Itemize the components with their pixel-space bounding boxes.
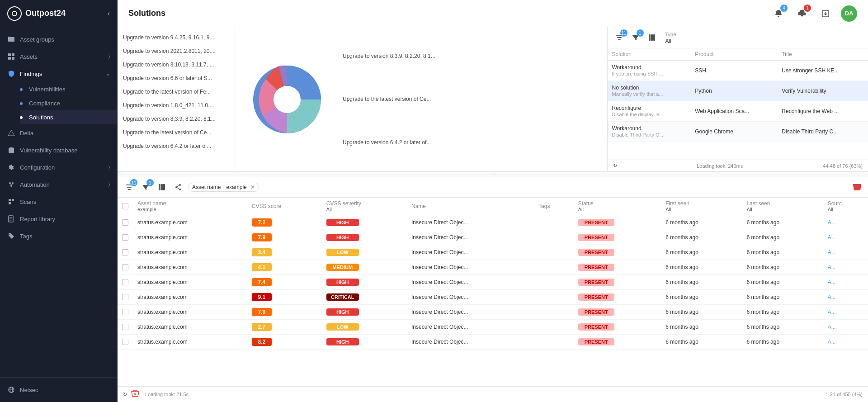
findings-table-row[interactable]: stratus.example.com 4.1 MEDIUM Insecure … [118, 260, 868, 275]
row-cb-5[interactable] [118, 290, 133, 305]
sidebar-item-findings[interactable]: Findings ⌄ [0, 65, 117, 82]
row-last-seen-0: 6 months ago [742, 215, 823, 230]
solutions-list-item-7[interactable]: Upgrade to the latest version of Ce... [118, 126, 235, 139]
sidebar-item-scans[interactable]: Scans [0, 193, 117, 210]
findings-table-row[interactable]: stratus.example.com 7.9 HIGH Insecure Di… [118, 230, 868, 245]
compliance-dot [20, 102, 23, 105]
sidebar-item-assets[interactable]: Assets 〉 [0, 48, 117, 65]
cloud-button[interactable]: 1 [794, 5, 810, 22]
solutions-list-item-6[interactable]: Upgrade to version 8.3.9, 8.2.20, 8.1... [118, 112, 235, 126]
row-first-seen-8: 6 months ago [661, 335, 742, 350]
svg-line-38 [177, 185, 179, 187]
row-asset-0: stratus.example.com [133, 215, 247, 230]
bottom-loading-time: Loading took: 21.5s [145, 392, 189, 397]
row-cb-0[interactable] [118, 215, 133, 230]
drag-handle[interactable]: ⋯ [118, 172, 868, 177]
sidebar-item-label-tags: Tags [20, 233, 32, 240]
findings-table-row[interactable]: stratus.example.com 8.2 HIGH Insecure Di… [118, 335, 868, 350]
sidebar-item-label-solutions: Solutions [29, 114, 53, 121]
solutions-table[interactable]: Solution Product Title WorkaroundIf you … [608, 48, 868, 160]
page-header: Solutions 4 1 DA [118, 0, 868, 27]
solutions-table-row[interactable]: No solutionManually verify that a... Pyt… [608, 81, 868, 101]
sidebar-item-report-library[interactable]: Report library [0, 210, 117, 227]
findings-table-row[interactable]: stratus.example.com 3.4 LOW Insecure Dir… [118, 245, 868, 260]
solutions-list-item-1[interactable]: Upgrade to version 2021.2.8011, 20.... [118, 44, 235, 58]
sidebar-item-netsec[interactable]: Netsec [0, 381, 117, 398]
solutions-columns-button[interactable] [646, 31, 658, 44]
findings-add-filter-button[interactable]: 11 [123, 181, 136, 194]
findings-table-row[interactable]: stratus.example.com 2.7 LOW Insecure Dir… [118, 320, 868, 335]
row-cb-4[interactable] [118, 275, 133, 290]
findings-filter-button[interactable]: 1 [139, 181, 152, 194]
solutions-table-row[interactable]: WorkaroundIf you are using SSH ... SSH U… [608, 61, 868, 81]
row-cb-2[interactable] [118, 245, 133, 260]
findings-table-wrapper[interactable]: Asset name example CVSS score CVSS sever… [118, 198, 868, 386]
sidebar-toggle-button[interactable]: ‹ [108, 9, 110, 18]
refresh-icon[interactable]: ↻ [613, 163, 617, 169]
findings-expand-arrow: ⌄ [106, 71, 110, 76]
asset-name-filter-tag[interactable]: Asset name example ✕ [188, 183, 259, 192]
sidebar-item-compliance[interactable]: Compliance [20, 96, 117, 110]
clear-filters-icon[interactable] [852, 182, 863, 193]
sidebar-item-label-netsec: Netsec [20, 387, 38, 393]
sidebar-item-delta[interactable]: Delta [0, 124, 117, 142]
solutions-filter-button[interactable]: 1 [629, 31, 642, 44]
pie-chart [246, 59, 328, 140]
th-tags: Tags [534, 198, 574, 215]
sidebar-bottom: Netsec [0, 377, 117, 402]
logo-text: Outpost24 [25, 9, 66, 18]
sidebar-item-label-automation: Automation [20, 181, 50, 188]
sidebar-item-solutions[interactable]: Solutions [20, 110, 117, 124]
findings-table-row[interactable]: stratus.example.com 9.1 CRITICAL Insecur… [118, 290, 868, 305]
solutions-data-table: Solution Product Title WorkaroundIf you … [608, 48, 868, 142]
solutions-list-item-3[interactable]: Upgrade to version 6.6 or later of S... [118, 71, 235, 85]
findings-share-button[interactable] [172, 181, 184, 194]
bottom-refresh-icon[interactable]: ↻ [123, 392, 127, 397]
sidebar-item-asset-groups[interactable]: Asset groups [0, 31, 117, 48]
solutions-list-item-2[interactable]: Upgrade to version 3.10.13, 3.11.7, ... [118, 58, 235, 71]
user-avatar[interactable]: DA [841, 5, 857, 22]
row-cb-7[interactable] [118, 320, 133, 335]
row-severity-1: HIGH [322, 230, 407, 245]
solutions-list[interactable]: Upgrade to version 9.4.25, 9.16.1, 9....… [118, 27, 235, 171]
row-name-5: Insecure Direct Objec... [407, 290, 534, 305]
sidebar-item-automation[interactable]: Automation 〉 [0, 176, 117, 193]
row-cb-8[interactable] [118, 335, 133, 350]
grid-icon [7, 52, 15, 61]
row-source-6: A... [823, 305, 868, 320]
solutions-table-row[interactable]: WorkaroundDisable Third Party C... Googl… [608, 122, 868, 142]
sidebar-item-vulnerabilities[interactable]: Vulnerabilities [20, 82, 117, 96]
solutions-list-item-0[interactable]: Upgrade to version 9.4.25, 9.16.1, 9.... [118, 31, 235, 44]
row-cb-6[interactable] [118, 305, 133, 320]
findings-table-row[interactable]: stratus.example.com 7.9 HIGH Insecure Di… [118, 305, 868, 320]
solutions-list-item-8[interactable]: Upgrade to version 6.4.2 or later of... [118, 139, 235, 153]
export-button[interactable] [817, 5, 834, 22]
sidebar-item-tags[interactable]: Tags [0, 227, 117, 245]
row-asset-8: stratus.example.com [133, 335, 247, 350]
row-cb-3[interactable] [118, 260, 133, 275]
filter-tag-close-button[interactable]: ✕ [250, 184, 255, 190]
th-checkbox [118, 198, 133, 215]
row-asset-2: stratus.example.com [133, 245, 247, 260]
row-status-5: PRESENT [574, 290, 661, 305]
row-name-0: Insecure Direct Objec... [407, 215, 534, 230]
findings-table-row[interactable]: stratus.example.com 7.4 HIGH Insecure Di… [118, 275, 868, 290]
row-cb-1[interactable] [118, 230, 133, 245]
clear-filter-icon-footer[interactable] [131, 389, 140, 399]
solutions-list-item-4[interactable]: Upgrade to the latest version of Fe... [118, 85, 235, 99]
sidebar-item-label-report-library: Report library [20, 216, 55, 222]
notifications-button[interactable]: 4 [770, 5, 787, 22]
row-last-seen-2: 6 months ago [742, 245, 823, 260]
solution-text-2: Upgrade to version 6.4.2 or later of... [343, 137, 604, 147]
row-cvss-8: 8.2 [247, 335, 322, 350]
solutions-table-row[interactable]: ReconfigureDisable the display_e... Web … [608, 101, 868, 122]
sidebar-item-configuration[interactable]: Configuration 〉 [0, 159, 117, 176]
sol-cell-solution-2: ReconfigureDisable the display_e... [608, 101, 691, 122]
select-all-checkbox[interactable] [122, 203, 128, 209]
row-asset-4: stratus.example.com [133, 275, 247, 290]
solutions-add-filter-button[interactable]: 11 [613, 31, 626, 44]
findings-table-row[interactable]: stratus.example.com 7.2 HIGH Insecure Di… [118, 215, 868, 230]
solutions-list-item-5[interactable]: Upgrade to version 1.8.0_421, 11.0.... [118, 99, 235, 112]
sidebar-item-vulnerability-database[interactable]: Vulnerability database [0, 142, 117, 159]
findings-columns-button[interactable] [156, 181, 168, 194]
